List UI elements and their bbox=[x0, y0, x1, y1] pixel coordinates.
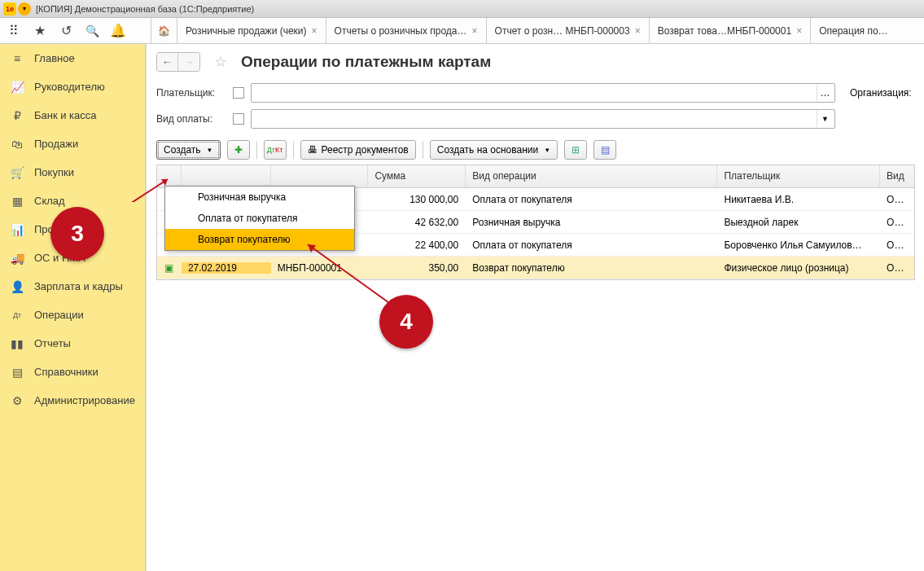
table-row[interactable]: ▣27.02.2019МНБП-000001350,00Возврат поку… bbox=[157, 257, 914, 279]
menu-item-retail-revenue[interactable]: Розничная выручка bbox=[165, 187, 354, 208]
sidebar-item-label: Администрирование bbox=[34, 394, 135, 406]
tab-home[interactable]: 🏠 bbox=[151, 18, 177, 43]
close-icon[interactable]: × bbox=[796, 25, 802, 37]
type-filter-checkbox[interactable] bbox=[233, 113, 244, 125]
action-bar: Создать▼ ✚ ДтКт 🖶Реестр документов Созда… bbox=[156, 135, 915, 165]
tab-item[interactable]: Отчет о розн… МНБП-000003× bbox=[487, 18, 650, 43]
registry-label: Реестр документов bbox=[322, 144, 409, 156]
forward-button[interactable]: → bbox=[178, 53, 199, 71]
tab-label: Операция по… bbox=[819, 25, 887, 37]
th-operation[interactable]: Вид операции bbox=[466, 165, 717, 187]
sidebar-item-label: Главное bbox=[34, 52, 75, 64]
app-menu-dropdown[interactable]: ▾ bbox=[18, 2, 31, 15]
relations-button[interactable]: ⊞ bbox=[564, 140, 587, 160]
separator bbox=[293, 141, 294, 159]
choose-icon[interactable]: … bbox=[817, 85, 833, 101]
create-button[interactable]: Создать▼ bbox=[156, 140, 221, 160]
sidebar-item-label: Банк и касса bbox=[34, 109, 97, 121]
tab-item[interactable]: Отчеты о розничных прода…× bbox=[326, 18, 487, 43]
separator bbox=[256, 141, 257, 159]
apps-icon[interactable]: ⠿ bbox=[7, 24, 21, 38]
menu-item-payment-from-buyer[interactable]: Оплата от покупателя bbox=[165, 208, 354, 229]
sidebar-item-label: Справочники bbox=[34, 366, 99, 378]
create-based-on-button[interactable]: Создать на основании▼ bbox=[430, 140, 558, 160]
payer-filter-label: Плательщик: bbox=[156, 87, 226, 99]
org-label: Организация: bbox=[850, 87, 912, 99]
cell-number: МНБП-000001 bbox=[271, 262, 369, 274]
sidebar-item-operations[interactable]: ДтОперации bbox=[0, 301, 145, 329]
cell-sum: 22 400,00 bbox=[368, 239, 466, 251]
annotation-step-4: 4 bbox=[379, 295, 433, 349]
page-header: ← → ☆ Операции по платежным картам bbox=[156, 52, 915, 72]
create-based-label: Создать на основании bbox=[437, 144, 539, 156]
dropdown-icon[interactable]: ▼ bbox=[817, 111, 833, 127]
tab-label: Отчеты о розничных прода… bbox=[335, 25, 467, 37]
tab-label: Отчет о розн… МНБП-000003 bbox=[495, 25, 630, 37]
back-button[interactable]: ← bbox=[157, 53, 178, 71]
payer-filter-checkbox[interactable] bbox=[233, 87, 244, 99]
copy-icon: ✚ bbox=[234, 144, 243, 156]
cell-payer: Боровченко Илья Самуилов… bbox=[717, 239, 880, 251]
sidebar-item-directories[interactable]: ▤Справочники bbox=[0, 358, 145, 386]
nav-back-forward: ← → bbox=[156, 52, 200, 72]
close-icon[interactable]: × bbox=[635, 25, 641, 37]
sidebar-item-hr[interactable]: 👤Зарплата и кадры bbox=[0, 272, 145, 301]
tab-item[interactable]: Операция по… bbox=[811, 18, 896, 43]
list-settings-button[interactable]: ▤ bbox=[593, 140, 616, 160]
truck-icon: 🚚 bbox=[10, 251, 24, 266]
sidebar-item-manager[interactable]: 📈Руководителю bbox=[0, 72, 145, 101]
dtkt-button[interactable]: ДтКт bbox=[264, 140, 287, 160]
sidebar-item-label: Зарплата и кадры bbox=[34, 280, 123, 292]
bell-icon[interactable]: 🔔 bbox=[111, 24, 125, 38]
cell-type: Опла bbox=[880, 262, 914, 274]
history-icon[interactable]: ↺ bbox=[59, 24, 73, 38]
sidebar-item-bank[interactable]: ₽Банк и касса bbox=[0, 101, 145, 130]
favorite-toggle[interactable]: ☆ bbox=[212, 53, 230, 71]
tab-label: Розничные продажи (чеки) bbox=[186, 25, 307, 37]
dtkt-icon: ДтКт bbox=[267, 146, 283, 154]
annotation-step-3: 3 bbox=[50, 207, 104, 261]
person-icon: 👤 bbox=[10, 279, 24, 294]
sidebar-item-admin[interactable]: ⚙Администрирование bbox=[0, 386, 145, 415]
th-payer[interactable]: Плательщик bbox=[717, 165, 880, 187]
close-icon[interactable]: × bbox=[472, 25, 478, 37]
dtkt-icon: Дт bbox=[10, 308, 24, 323]
create-label: Создать bbox=[164, 144, 201, 156]
th-type[interactable]: Вид bbox=[880, 165, 914, 187]
window-titlebar: 1e ▾ [КОПИЯ] Демонстрационная база (1С:П… bbox=[0, 0, 924, 18]
list-icon: ▤ bbox=[601, 144, 610, 156]
type-filter-input[interactable]: ▼ bbox=[251, 109, 835, 129]
grid-icon: ▦ bbox=[10, 194, 24, 209]
menu-item-return-to-buyer[interactable]: Возврат покупателю bbox=[165, 229, 354, 250]
sidebar-item-purchases[interactable]: 🛒Покупки bbox=[0, 158, 145, 187]
tab-item[interactable]: Розничные продажи (чеки)× bbox=[177, 18, 326, 43]
star-icon[interactable]: ★ bbox=[33, 24, 47, 38]
copy-button[interactable]: ✚ bbox=[227, 140, 250, 160]
th-date[interactable]: Дата bbox=[182, 165, 271, 187]
th-sum[interactable]: Сумма bbox=[368, 165, 466, 187]
main-content: ← → ☆ Операции по платежным картам Плате… bbox=[146, 44, 924, 571]
home-icon: 🏠 bbox=[158, 25, 170, 37]
print-icon: 🖶 bbox=[308, 144, 317, 156]
sidebar-item-reports[interactable]: ▮▮Отчеты bbox=[0, 329, 145, 358]
search-icon[interactable]: 🔍 bbox=[85, 24, 99, 38]
payer-filter-input[interactable]: … bbox=[251, 83, 835, 103]
sidebar-item-sales[interactable]: 🛍Продажи bbox=[0, 130, 145, 158]
registry-button[interactable]: 🖶Реестр документов bbox=[300, 140, 416, 160]
sidebar-item-main[interactable]: ≡Главное bbox=[0, 44, 145, 72]
close-icon[interactable]: × bbox=[312, 25, 317, 37]
app-logo-icon: 1e bbox=[3, 2, 16, 15]
cell-sum: 350,00 bbox=[368, 262, 466, 274]
tab-label: Возврат това…МНБП-000001 bbox=[658, 25, 791, 37]
tab-item[interactable]: Возврат това…МНБП-000001× bbox=[650, 18, 812, 43]
type-filter-label: Вид оплаты: bbox=[156, 113, 226, 125]
separator bbox=[423, 141, 423, 159]
cell-operation: Оплата от покупателя bbox=[466, 194, 717, 205]
th-number[interactable]: Номер bbox=[271, 165, 369, 187]
cell-operation: Оплата от покупателя bbox=[466, 239, 717, 251]
cell-type: Опла bbox=[880, 239, 914, 251]
filter-payer-row: Плательщик: … Организация: bbox=[156, 83, 915, 103]
sidebar-item-label: Покупки bbox=[34, 166, 74, 178]
table-header: Дата Номер Сумма Вид операции Плательщик… bbox=[157, 165, 914, 188]
quick-tools: ⠿ ★ ↺ 🔍 🔔 bbox=[0, 18, 151, 43]
